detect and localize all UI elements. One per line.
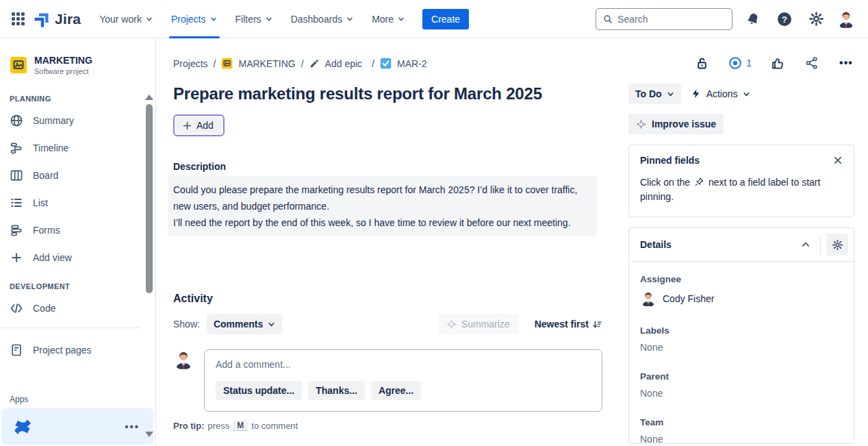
scroll-up-arrow[interactable] — [145, 95, 153, 100]
sparkle-icon — [636, 119, 646, 129]
breadcrumb-issue-key[interactable]: MAR-2 — [397, 58, 427, 69]
watch-button[interactable]: 1 — [728, 55, 752, 71]
nav-projects[interactable]: Projects — [162, 0, 227, 38]
actions-dropdown[interactable]: Actions — [691, 88, 750, 99]
breadcrumb-add-epic[interactable]: Add epic — [325, 58, 362, 69]
global-search[interactable] — [596, 8, 732, 30]
sidebar-item-board[interactable]: Board — [0, 162, 155, 189]
share-button[interactable] — [804, 55, 820, 71]
project-name: MARKETING — [34, 55, 92, 66]
team-value[interactable]: None — [640, 434, 843, 444]
app-switcher-button[interactable] — [7, 8, 29, 30]
quick-reply-agree[interactable]: Agree... — [371, 381, 421, 400]
help-icon: ? — [776, 11, 793, 27]
scrollbar-thumb[interactable] — [146, 104, 153, 293]
sidebar-item-project-pages[interactable]: Project pages — [0, 334, 155, 367]
jira-logo[interactable]: Jira — [31, 11, 88, 27]
more-actions-button[interactable]: ••• — [838, 55, 854, 71]
chevron-down-icon — [743, 90, 750, 98]
description-heading: Description — [173, 161, 602, 172]
assignee-name: Cody Fisher — [663, 293, 714, 304]
details-title[interactable]: Details — [640, 239, 801, 250]
confluence-app-panel[interactable]: ••• — [1, 408, 153, 445]
current-user-avatar — [173, 349, 194, 370]
improve-issue-button[interactable]: Improve issue — [628, 114, 724, 134]
project-avatar-icon — [10, 56, 27, 74]
forms-icon — [10, 223, 23, 237]
search-input[interactable] — [617, 14, 725, 25]
project-type: Software project — [34, 67, 92, 75]
sidebar-item-code[interactable]: Code — [0, 295, 155, 322]
notifications-button[interactable] — [742, 8, 764, 30]
nav-filters[interactable]: Filters — [227, 0, 282, 38]
help-button[interactable]: ? — [774, 8, 795, 30]
breadcrumb: Projects / MARKETING / Add epic / — [173, 58, 602, 69]
vote-button[interactable] — [769, 55, 786, 71]
sidebar-item-list[interactable]: List — [0, 189, 155, 216]
description-field[interactable]: Could you please prepare the marketing r… — [168, 176, 597, 236]
labels-value[interactable]: None — [640, 342, 843, 353]
code-icon — [10, 301, 23, 315]
activity-heading: Activity — [173, 293, 602, 305]
top-navbar: Jira Your work Projects Filters Dashboar… — [0, 0, 868, 38]
project-avatar-icon — [221, 58, 233, 69]
nav-more[interactable]: More — [363, 0, 414, 38]
bell-icon — [745, 12, 761, 27]
divider — [820, 236, 821, 253]
status-dropdown[interactable]: To Do — [628, 84, 681, 104]
field-team: Team None — [640, 417, 843, 444]
breadcrumb-projects[interactable]: Projects — [173, 58, 208, 69]
nav-your-work[interactable]: Your work — [90, 0, 162, 38]
sidebar-item-forms[interactable]: Forms — [0, 216, 155, 244]
issue-title[interactable]: Prepare marketing results report for Mar… — [173, 84, 602, 103]
project-sidebar: MARKETING Software project PLANNING Summ… — [0, 38, 156, 446]
settings-button[interactable] — [805, 8, 827, 30]
sparkle-icon — [446, 319, 457, 330]
pinned-fields-message: Click on the next to a field label to st… — [640, 175, 843, 204]
parent-value[interactable]: None — [640, 388, 843, 399]
breadcrumb-separator: / — [372, 58, 374, 69]
gear-icon — [808, 11, 824, 27]
app-more-button[interactable]: ••• — [125, 421, 140, 432]
add-button[interactable]: Add — [173, 114, 225, 136]
sidebar-scrollbar[interactable] — [144, 93, 154, 408]
sort-order-button[interactable]: Newest first — [535, 319, 602, 330]
chevron-down-icon — [667, 90, 674, 98]
comment-input[interactable]: Add a comment... Status update... Thanks… — [204, 349, 602, 412]
assignee-avatar — [640, 290, 656, 307]
scroll-down-arrow[interactable] — [145, 432, 153, 437]
keyboard-key-m: M — [233, 420, 248, 431]
sidebar-item-add-view[interactable]: Add view — [0, 244, 155, 271]
sidebar-item-summary[interactable]: Summary — [0, 107, 155, 134]
comment-placeholder: Add a comment... — [216, 359, 591, 370]
list-icon — [10, 196, 23, 210]
watchers-count: 1 — [746, 58, 752, 69]
close-icon[interactable] — [833, 156, 843, 165]
issue-toolbar: 1 ••• — [628, 55, 854, 71]
summarize-button[interactable]: Summarize — [438, 314, 518, 334]
pinned-fields-title: Pinned fields — [640, 155, 700, 166]
details-settings-button[interactable] — [826, 234, 848, 256]
search-icon — [603, 14, 613, 25]
lock-button[interactable] — [693, 55, 710, 71]
project-header[interactable]: MARKETING Software project — [0, 38, 155, 84]
jira-logo-text: Jira — [55, 11, 81, 27]
activity-filter-dropdown[interactable]: Comments — [207, 314, 282, 334]
nav-dashboards[interactable]: Dashboards — [282, 0, 363, 38]
eye-icon — [728, 55, 743, 71]
user-avatar[interactable] — [837, 10, 856, 29]
sidebar-divider — [0, 327, 140, 328]
create-button[interactable]: Create — [422, 9, 469, 29]
sidebar-item-timeline[interactable]: Timeline — [0, 134, 155, 162]
plus-icon — [182, 121, 192, 131]
breadcrumb-project[interactable]: MARKETING — [238, 58, 295, 69]
quick-reply-status-update[interactable]: Status update... — [216, 381, 302, 400]
apps-section-label: Apps — [0, 388, 155, 408]
assignee-value[interactable]: Cody Fisher — [640, 290, 843, 307]
confluence-icon — [12, 417, 33, 437]
description-paragraph: I’ll need the report by the end of this … — [173, 214, 591, 231]
quick-reply-thanks[interactable]: Thanks... — [308, 381, 365, 400]
lightning-icon — [691, 88, 702, 99]
chevron-up-icon[interactable] — [801, 240, 810, 249]
pro-tip: Pro tip: press M to comment — [173, 420, 602, 431]
